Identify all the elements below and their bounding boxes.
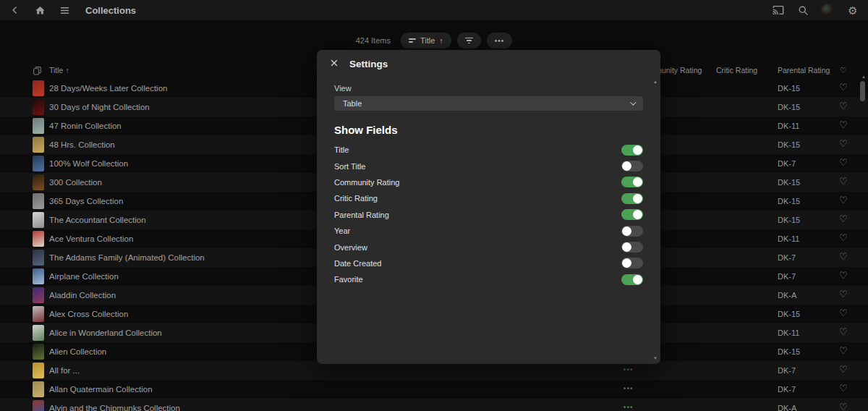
favorite-heart-icon[interactable]: ♡ [839,402,848,411]
menu-button[interactable] [58,4,71,17]
home-icon [35,5,46,16]
favorite-heart-icon[interactable]: ♡ [839,213,848,224]
collection-title: 30 Days of Night Collection [49,103,150,111]
collection-title: The Addams Family (Animated) Collection [49,253,205,262]
field-toggle[interactable] [621,145,643,156]
top-bar: Collections ⚙ [0,0,868,20]
field-label: Community Rating [334,178,399,187]
back-button[interactable] [9,4,22,17]
parental-rating: DK-15 [778,347,800,356]
parental-rating: DK-15 [778,103,800,111]
field-toggle[interactable] [621,274,643,285]
field-toggle[interactable] [621,177,643,187]
page-scrollbar-up-icon[interactable]: ▲ [861,75,866,79]
parental-rating: DK-A [778,404,796,411]
dialog-header: Settings [317,50,660,77]
field-label: Overview [334,243,367,252]
filter-button[interactable] [457,33,481,48]
more-options-button[interactable]: ••• [487,33,513,48]
ellipsis-icon: ••• [495,37,505,45]
collection-title: 47 Ronin Collection [49,122,122,130]
row-more-button[interactable]: ••• [624,366,634,373]
field-toggle[interactable] [621,242,643,253]
favorite-heart-icon[interactable]: ♡ [839,157,848,168]
multiselect-column-icon[interactable] [33,66,42,77]
dialog-body: View Table Show Fields Title Sort Title … [317,84,660,288]
field-toggle-row: Parental Rating [334,207,643,223]
column-header-title[interactable]: Title ↑ [49,66,69,75]
gear-icon: ⚙ [848,5,857,16]
field-toggle-row: Sort Title [334,158,643,174]
poster-thumb [33,99,44,115]
field-toggle[interactable] [621,258,643,268]
favorite-heart-icon[interactable]: ♡ [839,119,848,130]
dialog-scrollbar-down-icon[interactable]: ▼ [653,356,658,360]
dialog-scrollbar-up-icon[interactable]: ▲ [653,80,658,84]
parental-rating: DK-15 [778,197,800,206]
favorite-heart-icon[interactable]: ♡ [839,326,848,337]
field-toggle[interactable] [621,209,643,220]
parental-rating: DK-11 [778,234,799,243]
view-select[interactable]: Table [334,96,643,111]
field-label: Critic Rating [334,194,378,203]
parental-rating: DK-15 [778,310,800,318]
field-toggle[interactable] [621,161,643,171]
favorite-heart-icon[interactable]: ♡ [839,232,848,243]
favorite-heart-icon[interactable]: ♡ [839,345,848,356]
favorite-heart-icon[interactable]: ♡ [839,308,848,318]
favorite-heart-icon[interactable]: ♡ [839,176,848,187]
favorite-heart-icon[interactable]: ♡ [839,195,848,206]
settings-dialog: Settings View Table Show Fields Title So… [317,50,660,364]
parental-rating: DK-7 [778,159,796,168]
home-button[interactable] [33,4,46,17]
favorite-heart-icon[interactable]: ♡ [839,138,848,149]
collection-title: 100% Wolf Collection [49,159,128,168]
field-toggle[interactable] [621,226,643,237]
favorite-heart-icon[interactable]: ♡ [839,251,848,262]
cast-button[interactable] [772,4,785,17]
page-scrollbar-thumb[interactable] [860,81,865,101]
field-toggle[interactable] [621,193,643,204]
dialog-title: Settings [349,59,388,69]
poster-thumb [33,80,44,96]
settings-button[interactable]: ⚙ [846,4,859,17]
favorite-heart-icon[interactable]: ♡ [839,383,848,394]
show-fields-list: Title Sort Title Community Rating Critic… [334,142,643,288]
chevron-down-icon [630,99,636,105]
field-label: Date Created [334,259,381,268]
parental-rating: DK-A [778,291,796,300]
row-more-button[interactable]: ••• [624,404,634,411]
row-more-button[interactable]: ••• [624,385,634,392]
search-button[interactable] [796,4,809,17]
collection-title: Alvin and the Chipmunks Collection [49,404,180,411]
field-label: Sort Title [334,162,365,171]
sort-button[interactable]: Title ↑ [401,33,451,48]
field-toggle-row: Year [334,223,643,239]
collection-title: Airplane Collection [49,272,119,281]
collection-title: Allan Quatermain Collection [49,385,153,394]
parental-rating: DK-15 [778,178,800,187]
collection-title: Ace Ventura Collection [49,234,133,243]
table-row[interactable]: Alvin and the Chipmunks Collection ••• D… [0,399,868,411]
favorite-heart-icon[interactable]: ♡ [839,289,848,300]
column-header-critic-rating[interactable]: Critic Rating [716,66,757,75]
sort-ascending-icon: ↑ [439,36,443,45]
close-button[interactable] [329,59,339,69]
user-avatar[interactable] [821,4,835,17]
favorite-heart-icon[interactable]: ♡ [839,364,848,375]
column-header-parental-rating[interactable]: Parental Rating [778,66,830,75]
table-row[interactable]: Allan Quatermain Collection ••• DK-7 ♡ [0,380,868,399]
poster-thumb [33,156,44,171]
toggle-knob [633,177,642,187]
parental-rating: DK-7 [778,385,796,394]
favorite-column-heart-icon[interactable]: ♡ [840,66,846,75]
field-label: Parental Rating [334,211,389,219]
poster-thumb [33,193,44,209]
top-bar-right: ⚙ [772,4,859,17]
parental-rating: DK-15 [778,140,800,149]
poster-thumb [33,118,44,134]
favorite-heart-icon[interactable]: ♡ [839,270,848,281]
favorite-heart-icon[interactable]: ♡ [839,82,848,93]
collection-title: All for ... [49,366,80,375]
favorite-heart-icon[interactable]: ♡ [839,101,848,111]
